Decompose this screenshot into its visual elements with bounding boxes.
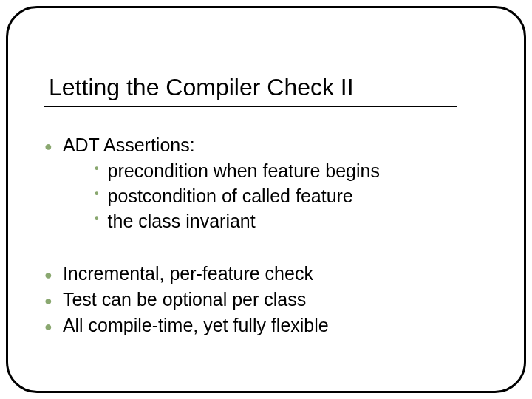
bullet-item: ● All compile-time, yet fully flexible [44, 313, 495, 338]
disc-bullet-icon: ● [44, 293, 52, 310]
bullet-text: Incremental, per-feature check [63, 262, 313, 286]
spacer [44, 248, 495, 262]
dot-bullet-icon: • [95, 160, 99, 176]
disc-bullet-icon: ● [44, 318, 52, 336]
dot-bullet-icon: • [95, 211, 99, 226]
disc-bullet-icon: ● [44, 138, 52, 156]
bullet-text: All compile-time, yet fully flexible [63, 313, 329, 338]
sub-bullet-item: • postcondition of called feature [95, 184, 495, 208]
sub-bullet-text: postcondition of called feature [108, 184, 353, 208]
slide-body: ● ADT Assertions: • precondition when fe… [44, 133, 495, 339]
sub-bullet-item: • the class invariant [95, 209, 495, 233]
slide-title: Letting the Compiler Check II [44, 74, 358, 104]
title-underline [44, 106, 457, 107]
sub-bullet-group: • precondition when feature begins • pos… [95, 159, 495, 233]
bullet-text: Test can be optional per class [63, 287, 306, 312]
bullet-item: ● Incremental, per-feature check [44, 262, 495, 286]
bullet-item: ● Test can be optional per class [44, 287, 495, 312]
disc-bullet-icon: ● [44, 267, 52, 284]
sub-bullet-text: the class invariant [108, 209, 256, 233]
sub-bullet-item: • precondition when feature begins [95, 159, 495, 183]
title-wrap: Letting the Compiler Check II [44, 74, 488, 107]
bullet-text: ADT Assertions: [63, 133, 195, 157]
sub-bullet-text: precondition when feature begins [108, 159, 380, 183]
bullet-item: ● ADT Assertions: [44, 133, 495, 157]
dot-bullet-icon: • [95, 185, 99, 201]
